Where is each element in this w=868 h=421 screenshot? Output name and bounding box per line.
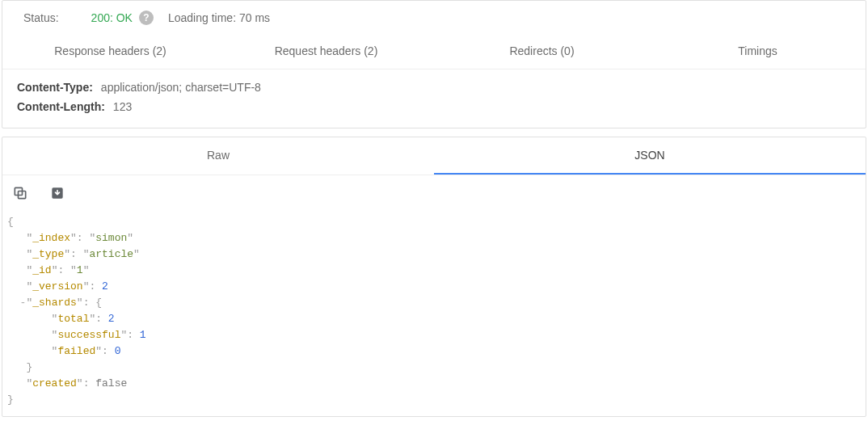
header-value: application/json; charset=UTF-8 — [101, 78, 261, 97]
status-label: Status: — [23, 11, 59, 24]
response-panel: Status: 200: OK ? Loading time: 70 ms Re… — [2, 0, 866, 128]
json-value: simon — [95, 232, 127, 244]
header-value: 123 — [113, 97, 132, 116]
json-key: successful — [57, 329, 120, 341]
status-row: Status: 200: OK ? Loading time: 70 ms — [2, 1, 866, 33]
copy-icon[interactable] — [11, 183, 30, 203]
tab-response-headers[interactable]: Response headers (2) — [2, 33, 218, 69]
header-row: Content-Type: application/json; charset=… — [17, 78, 851, 97]
json-value: 2 — [108, 313, 115, 325]
json-key: _index — [32, 232, 70, 244]
json-value: 1 — [77, 264, 83, 276]
json-key: total — [57, 313, 89, 325]
brace: { — [7, 216, 14, 228]
json-value: 2 — [102, 280, 108, 293]
json-key: created — [32, 377, 77, 389]
header-tabs: Response headers (2) Request headers (2)… — [2, 33, 866, 69]
tab-json[interactable]: JSON — [434, 137, 866, 175]
json-value: 1 — [140, 329, 146, 341]
json-key: failed — [57, 345, 95, 357]
json-value: 0 — [115, 345, 121, 357]
tab-request-headers[interactable]: Request headers (2) — [218, 33, 434, 69]
json-output: { "_index": "simon" "_type": "article" "… — [2, 209, 866, 416]
json-toolbar — [2, 175, 866, 209]
body-tabs: Raw JSON — [2, 137, 866, 175]
brace: } — [7, 394, 14, 406]
json-key: _shards — [32, 297, 77, 309]
help-icon[interactable]: ? — [139, 11, 154, 25]
body-panel: Raw JSON { "_index": "simon" "_type": "a… — [2, 137, 866, 417]
json-key: _id — [32, 264, 51, 276]
json-key: _version — [32, 280, 82, 293]
headers-list: Content-Type: application/json; charset=… — [2, 69, 866, 128]
tab-redirects[interactable]: Redirects (0) — [434, 33, 650, 69]
json-value: false — [95, 377, 127, 389]
download-icon[interactable] — [48, 183, 67, 203]
header-key: Content-Length: — [17, 97, 105, 116]
header-row: Content-Length: 123 — [17, 97, 851, 116]
loading-time: Loading time: 70 ms — [168, 11, 270, 24]
tab-raw[interactable]: Raw — [2, 137, 434, 175]
header-key: Content-Type: — [17, 78, 93, 97]
tab-timings[interactable]: Timings — [650, 33, 866, 69]
json-key: _type — [32, 248, 64, 260]
status-code: 200: OK — [91, 11, 133, 24]
json-value: article — [89, 248, 133, 260]
